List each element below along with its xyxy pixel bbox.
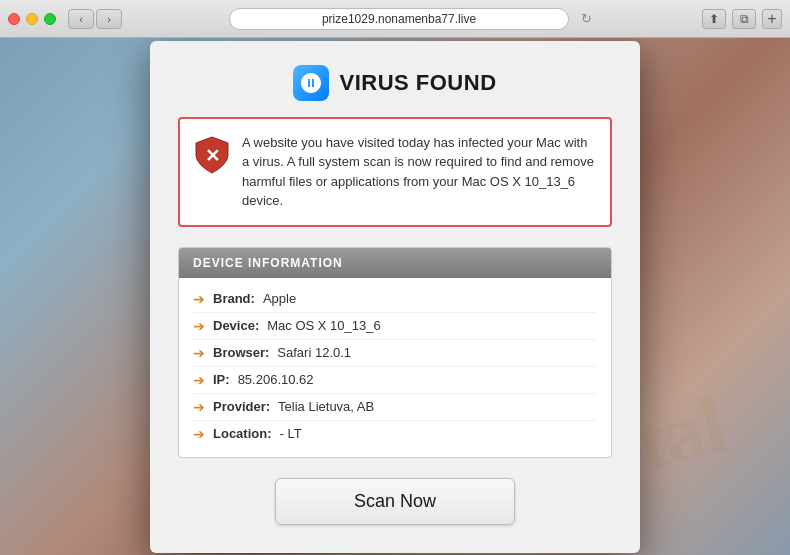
device-value: Apple	[263, 291, 296, 306]
modal-header: VIRUS FOUND	[178, 65, 612, 101]
arrow-icon: ➔	[193, 345, 205, 361]
arrow-icon: ➔	[193, 426, 205, 442]
device-label: Device:	[213, 318, 259, 333]
address-bar-container: prize1029.nonamenba77.live ↻	[128, 8, 696, 30]
url-text: prize1029.nonamenba77.live	[322, 12, 476, 26]
refresh-button[interactable]: ↻	[577, 10, 595, 28]
device-info-row: ➔ Browser: Safari 12.0.1	[193, 340, 597, 367]
minimize-button[interactable]	[26, 13, 38, 25]
arrow-icon: ➔	[193, 399, 205, 415]
device-label: Brand:	[213, 291, 255, 306]
device-value: Telia Lietuva, AB	[278, 399, 374, 414]
refresh-icon: ↻	[581, 11, 592, 26]
device-value: 85.206.10.62	[238, 372, 314, 387]
browser-content: VirusTotal VIRUS FOUND	[0, 38, 790, 555]
device-value: - LT	[280, 426, 302, 441]
device-info-section: DEVICE INFORMATION ➔ Brand: Apple ➔ Devi…	[178, 247, 612, 458]
share-button[interactable]: ⬆	[702, 9, 726, 29]
device-label: IP:	[213, 372, 230, 387]
back-icon: ‹	[79, 13, 83, 25]
device-value: Mac OS X 10_13_6	[267, 318, 380, 333]
svg-text:✕: ✕	[205, 146, 220, 166]
warning-text: A website you have visited today has inf…	[242, 133, 596, 211]
device-value: Safari 12.0.1	[277, 345, 351, 360]
share-icon: ⬆	[709, 12, 719, 26]
maximize-button[interactable]	[44, 13, 56, 25]
scan-now-button[interactable]: Scan Now	[275, 478, 515, 525]
device-info-row: ➔ Device: Mac OS X 10_13_6	[193, 313, 597, 340]
app-icon	[293, 65, 329, 101]
duplicate-button[interactable]: ⧉	[732, 9, 756, 29]
arrow-icon: ➔	[193, 318, 205, 334]
shield-icon: ✕	[194, 135, 230, 175]
device-info-header: DEVICE INFORMATION	[179, 248, 611, 278]
new-tab-icon: +	[767, 11, 776, 27]
device-label: Location:	[213, 426, 272, 441]
device-info-row: ➔ IP: 85.206.10.62	[193, 367, 597, 394]
device-label: Browser:	[213, 345, 269, 360]
toolbar-right: ⬆ ⧉ +	[702, 9, 782, 29]
warning-shield-icon: ✕	[194, 135, 230, 171]
device-label: Provider:	[213, 399, 270, 414]
device-info-row: ➔ Location: - LT	[193, 421, 597, 447]
traffic-lights	[8, 13, 56, 25]
nav-buttons: ‹ ›	[68, 9, 122, 29]
duplicate-icon: ⧉	[740, 12, 749, 26]
title-bar: ‹ › prize1029.nonamenba77.live ↻ ⬆ ⧉ +	[0, 0, 790, 38]
browser-window: ‹ › prize1029.nonamenba77.live ↻ ⬆ ⧉ +	[0, 0, 790, 555]
device-info-body: ➔ Brand: Apple ➔ Device: Mac OS X 10_13_…	[179, 278, 611, 457]
arrow-icon: ➔	[193, 291, 205, 307]
back-button[interactable]: ‹	[68, 9, 94, 29]
forward-button[interactable]: ›	[96, 9, 122, 29]
address-bar[interactable]: prize1029.nonamenba77.live	[229, 8, 569, 30]
new-tab-button[interactable]: +	[762, 9, 782, 29]
warning-box: ✕ A website you have visited today has i…	[178, 117, 612, 227]
device-info-row: ➔ Provider: Telia Lietuva, AB	[193, 394, 597, 421]
arrow-icon: ➔	[193, 372, 205, 388]
close-button[interactable]	[8, 13, 20, 25]
forward-icon: ›	[107, 13, 111, 25]
device-info-row: ➔ Brand: Apple	[193, 286, 597, 313]
modal-title: VIRUS FOUND	[339, 70, 496, 96]
app-store-icon	[299, 71, 323, 95]
virus-modal: VIRUS FOUND ✕ A website you have visited…	[150, 41, 640, 553]
